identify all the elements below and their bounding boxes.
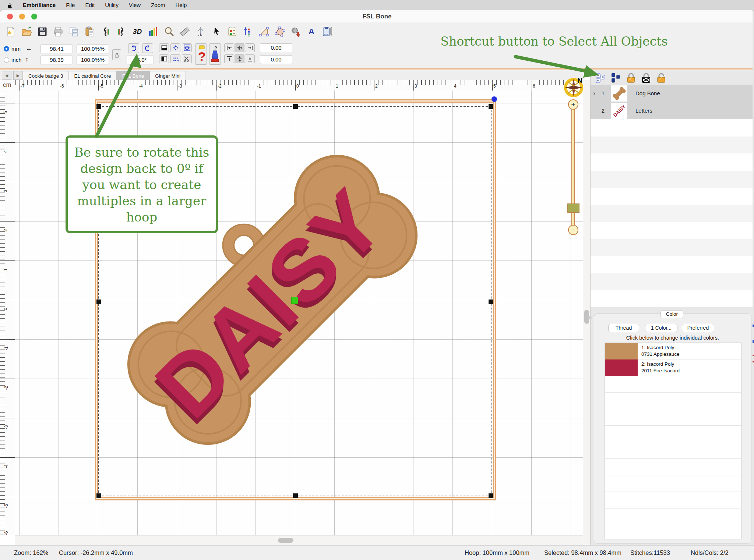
thread-row-2[interactable]: 2: Isacord Poly 2011 Fire Isacord (605, 359, 741, 376)
menu-view[interactable]: View (129, 2, 141, 8)
select-pointer-icon[interactable] (210, 25, 223, 38)
align-bottom-button[interactable] (245, 54, 255, 63)
stitch-eraser-button[interactable] (209, 43, 221, 65)
position-x-field[interactable]: 0.00 (260, 43, 292, 52)
callout-line: hoop (68, 209, 216, 225)
empty-row (591, 171, 754, 188)
stitch-chart-icon[interactable] (147, 25, 159, 38)
preferred-button[interactable]: Preferred (682, 324, 714, 332)
menu-zoom[interactable]: Zoom (151, 2, 165, 8)
selection-handle-nw[interactable] (96, 104, 101, 109)
rotate-right-button[interactable] (142, 43, 153, 53)
unlock-object-button[interactable] (655, 72, 667, 84)
select-all-objects-button[interactable] (595, 72, 607, 84)
align-center-v-button[interactable] (235, 54, 244, 63)
object-row-letters[interactable]: 2 DAISY Letters (591, 102, 754, 119)
unit-inch-radio[interactable]: inch ↕ (4, 56, 28, 63)
tab-fsl-bone[interactable]: FSL Bone (117, 71, 150, 80)
stitch-simulator-icon[interactable] (194, 25, 207, 38)
color-notes-icon[interactable] (226, 25, 239, 38)
stitch-order-button[interactable] (170, 54, 180, 63)
whats-this-help-button[interactable]: ? (195, 43, 207, 65)
design-center-handle[interactable] (292, 297, 298, 304)
rotation-field[interactable]: 45.0° (127, 56, 154, 64)
print-icon[interactable] (52, 25, 64, 38)
stitch-edit-icon[interactable] (274, 25, 286, 38)
save-icon[interactable] (36, 25, 49, 38)
align-left-button[interactable] (224, 43, 234, 52)
canvas-vertical-scrollbar[interactable] (583, 80, 590, 545)
center-design-button[interactable] (170, 43, 180, 52)
tab-cookie-badge-3[interactable]: Cookie badge 3 (23, 71, 69, 80)
copy-icon[interactable] (68, 25, 80, 38)
thread-swatch-fire[interactable] (605, 359, 638, 376)
width-field[interactable]: 98.41 (40, 45, 73, 53)
zoom-out-button[interactable]: − (568, 225, 578, 235)
lock-hidden-button[interactable] (640, 72, 652, 84)
aspect-lock-button[interactable] (112, 49, 121, 60)
lock-icon (114, 52, 119, 58)
zoom-tool-icon[interactable] (163, 25, 175, 38)
canvas-horizontal-scrollbar[interactable] (15, 535, 583, 545)
disclosure-icon[interactable]: › (591, 90, 598, 97)
menu-edit[interactable]: Edit (85, 2, 95, 8)
object-row-dog-bone[interactable]: › 1 Dog Bone (591, 85, 754, 102)
redo-icon[interactable] (115, 25, 128, 38)
one-color-button[interactable]: 1 Color... (645, 324, 677, 332)
align-center-h-button[interactable] (235, 43, 244, 52)
align-top-button[interactable] (224, 54, 234, 63)
zoom-slider-handle[interactable] (567, 203, 579, 213)
thread-button[interactable]: Thread (608, 324, 639, 332)
flip-vertical-button[interactable] (159, 54, 169, 63)
mm-radio-dot[interactable] (4, 46, 9, 52)
3d-view-icon[interactable]: 3D (131, 25, 144, 38)
open-icon[interactable] (20, 25, 33, 38)
new-icon[interactable] (4, 25, 17, 38)
hoop-target-button[interactable] (182, 43, 192, 52)
window-title: FSL Bone (0, 13, 754, 20)
panel-splitter-handle[interactable] (588, 316, 592, 319)
horizontal-scrollbar-thumb[interactable] (278, 538, 293, 543)
tab-el-cardinal-core[interactable]: EL cardinal Core (69, 71, 117, 80)
design-merge-icon[interactable] (289, 25, 302, 38)
width-scale-field[interactable]: 100.0%% (77, 45, 109, 53)
lettering-icon[interactable]: ABC (242, 25, 254, 38)
selection-handle-se[interactable] (489, 493, 493, 498)
inch-radio-dot[interactable] (4, 57, 9, 63)
tab-ginger-mini[interactable]: Ginger Mini (149, 71, 186, 80)
notes-icon[interactable] (321, 25, 334, 38)
tab-scroll-right-button[interactable]: ▶ (13, 71, 23, 80)
trim-button[interactable] (182, 54, 192, 63)
flip-horizontal-button[interactable] (159, 43, 169, 52)
create-design-icon[interactable] (258, 25, 270, 38)
color-panel-tab[interactable]: Color (660, 310, 683, 318)
selection-handle-n[interactable] (293, 104, 298, 109)
selection-handle-ne[interactable] (489, 104, 493, 109)
undo-icon[interactable] (99, 25, 112, 38)
unit-mm-radio[interactable]: mm ↔ (4, 45, 32, 52)
measure-icon[interactable] (179, 25, 191, 38)
tab-scroll-left-button[interactable]: ◀ (2, 71, 11, 80)
selection-handle-e[interactable] (489, 300, 493, 304)
selection-handle-w[interactable] (96, 300, 101, 304)
height-scale-field[interactable]: 100.0%% (77, 56, 109, 64)
position-y-field[interactable]: 0.00 (260, 55, 292, 64)
thread-swatch-applesauce[interactable] (605, 343, 638, 359)
menu-utility[interactable]: Utility (105, 2, 119, 8)
zoom-in-button[interactable]: + (568, 99, 578, 110)
menu-file[interactable]: File (66, 2, 75, 8)
paste-icon[interactable] (84, 25, 96, 38)
toggle-group-button[interactable] (610, 72, 622, 84)
rotation-handle[interactable] (491, 96, 497, 102)
thread-row-1[interactable]: 1: Isacord Poly 0731 Applesauce (605, 343, 741, 359)
apple-menu-icon[interactable] (7, 2, 13, 8)
height-field[interactable]: 98.39 (40, 56, 73, 64)
lock-object-button[interactable] (625, 72, 637, 84)
menu-help[interactable]: Help (176, 2, 187, 8)
selection-handle-s[interactable] (293, 493, 298, 498)
menu-app-name[interactable]: Embrilliance (23, 2, 56, 8)
selection-handle-sw[interactable] (96, 493, 101, 498)
align-right-button[interactable] (245, 43, 255, 52)
rotate-left-button[interactable] (128, 43, 139, 53)
font-a-icon[interactable]: A (305, 25, 318, 38)
